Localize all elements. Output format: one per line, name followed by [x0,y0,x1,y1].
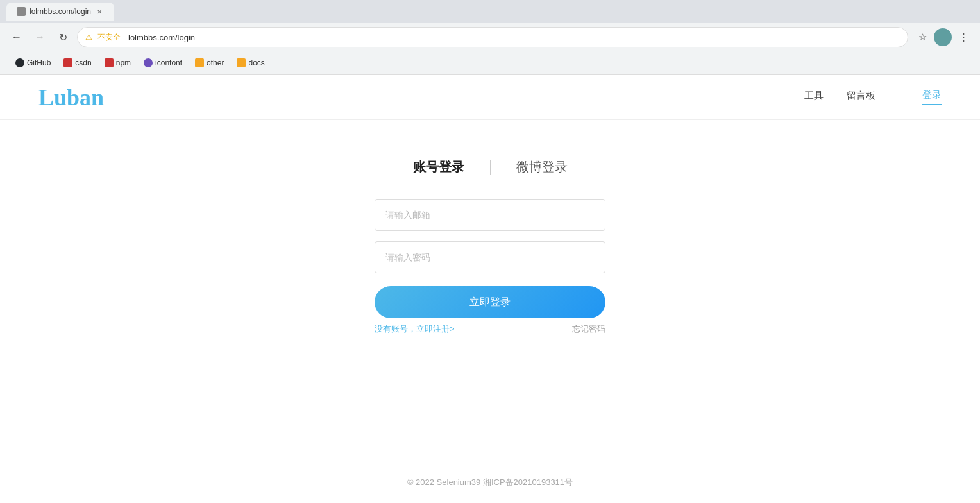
login-button[interactable]: 立即登录 [375,286,605,318]
login-form: 立即登录 [375,199,605,318]
browser-tab[interactable]: lolmbbs.com/login ✕ [6,3,114,21]
bookmarks-bar: GitHub csdn npm iconfont other docs [0,51,980,74]
security-label: 不安全 [97,32,121,43]
bookmark-docs[interactable]: docs [232,56,269,70]
bookmark-github-label: GitHub [27,58,51,67]
back-button[interactable]: ← [8,28,26,46]
bookmark-csdn[interactable]: csdn [58,56,96,70]
email-input[interactable] [375,199,605,231]
profile-avatar [934,28,952,46]
bookmark-github[interactable]: GitHub [10,56,56,70]
tab-title: lolmbbs.com/login [30,7,91,16]
tab-bar: lolmbbs.com/login ✕ [0,0,980,23]
bookmark-iconfont[interactable]: iconfont [139,56,187,70]
site-nav: 工具 留言板 登录 [804,89,942,105]
login-area: 账号登录 微博登录 立即登录 没有账号，立即注册> 忘记密码 [0,120,980,461]
page: Luban 工具 留言板 登录 账号登录 微博登录 立即登录 没有账号，立即注册… [0,75,980,503]
page-footer: © 2022 Selenium39 湘ICP备20210193311号 [0,461,980,503]
reload-button[interactable]: ↻ [54,28,72,46]
bookmark-star-button[interactable]: ☆ [913,28,931,46]
github-icon [15,58,24,67]
site-header: Luban 工具 留言板 登录 [0,75,980,120]
nav-tools[interactable]: 工具 [804,90,824,105]
bookmark-other[interactable]: other [190,56,229,70]
forgot-password-link[interactable]: 忘记密码 [572,323,605,335]
password-input[interactable] [375,241,605,273]
profile-button[interactable] [934,28,952,46]
security-icon: ⚠ [85,33,92,42]
toolbar-actions: ☆ ⋮ [913,28,972,46]
browser-chrome: lolmbbs.com/login ✕ ← → ↻ ⚠ 不安全 lolmbbs.… [0,0,980,75]
bookmark-npm-label: npm [116,58,131,67]
menu-button[interactable]: ⋮ [954,28,972,46]
close-tab-button[interactable]: ✕ [95,7,104,16]
csdn-icon [63,58,72,67]
npm-icon [105,58,114,67]
register-link[interactable]: 没有账号，立即注册> [375,323,455,335]
tab-favicon [17,7,26,16]
other-icon [195,58,204,67]
iconfont-icon [144,58,153,67]
forward-button[interactable]: → [31,28,49,46]
browser-toolbar: ← → ↻ ⚠ 不安全 lolmbbs.com/login ☆ ⋮ [0,23,980,51]
login-footer: 没有账号，立即注册> 忘记密码 [375,323,605,335]
docs-icon [237,58,246,67]
bookmark-npm[interactable]: npm [99,56,136,70]
login-button-label: 立即登录 [469,296,511,307]
copyright-text: © 2022 Selenium39 湘ICP备20210193311号 [407,477,573,487]
tab-weibo-login[interactable]: 微博登录 [491,158,593,176]
login-tabs: 账号登录 微博登录 [387,158,593,176]
bookmark-other-label: other [207,58,224,67]
bookmark-csdn-label: csdn [75,58,91,67]
address-bar[interactable]: ⚠ 不安全 lolmbbs.com/login [77,27,908,47]
tab-account-login[interactable]: 账号登录 [387,158,490,176]
nav-divider [899,91,899,104]
bookmark-docs-label: docs [248,58,264,67]
nav-login[interactable]: 登录 [922,89,942,105]
site-logo[interactable]: Luban [38,84,104,111]
bookmark-iconfont-label: iconfont [155,58,182,67]
nav-board[interactable]: 留言板 [847,90,875,105]
url-text: lolmbbs.com/login [128,33,195,42]
